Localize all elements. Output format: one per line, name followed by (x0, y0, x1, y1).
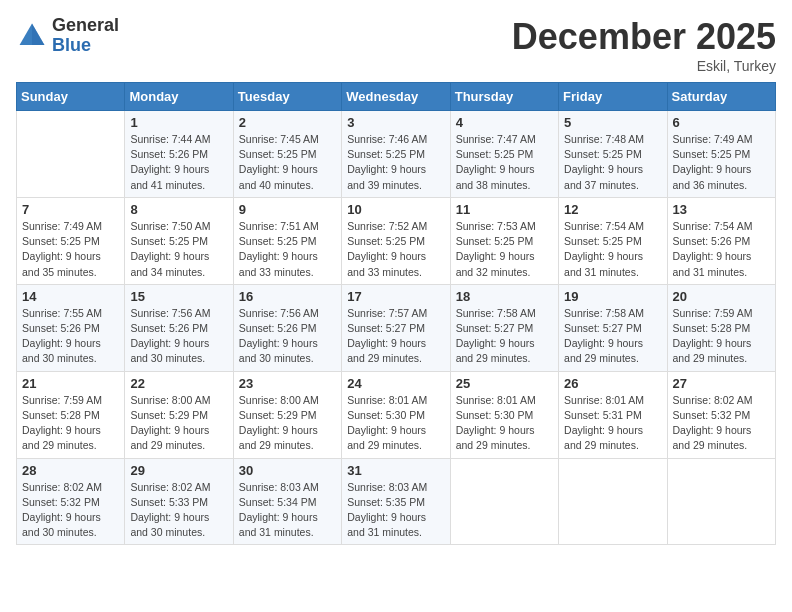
month-title: December 2025 (512, 16, 776, 58)
title-block: December 2025 Eskil, Turkey (512, 16, 776, 74)
weekday-header-thursday: Thursday (450, 83, 558, 111)
day-number: 1 (130, 115, 227, 130)
week-row-3: 21Sunrise: 7:59 AMSunset: 5:28 PMDayligh… (17, 371, 776, 458)
day-info: Sunrise: 8:02 AMSunset: 5:32 PMDaylight:… (22, 480, 119, 541)
day-info: Sunrise: 7:58 AMSunset: 5:27 PMDaylight:… (564, 306, 661, 367)
calendar-cell: 11Sunrise: 7:53 AMSunset: 5:25 PMDayligh… (450, 197, 558, 284)
day-info: Sunrise: 7:53 AMSunset: 5:25 PMDaylight:… (456, 219, 553, 280)
day-info: Sunrise: 7:54 AMSunset: 5:25 PMDaylight:… (564, 219, 661, 280)
location: Eskil, Turkey (512, 58, 776, 74)
day-info: Sunrise: 7:57 AMSunset: 5:27 PMDaylight:… (347, 306, 444, 367)
weekday-header-row: SundayMondayTuesdayWednesdayThursdayFrid… (17, 83, 776, 111)
calendar-cell: 17Sunrise: 7:57 AMSunset: 5:27 PMDayligh… (342, 284, 450, 371)
day-number: 23 (239, 376, 336, 391)
week-row-0: 1Sunrise: 7:44 AMSunset: 5:26 PMDaylight… (17, 111, 776, 198)
day-info: Sunrise: 8:02 AMSunset: 5:32 PMDaylight:… (673, 393, 770, 454)
day-number: 29 (130, 463, 227, 478)
calendar-cell: 18Sunrise: 7:58 AMSunset: 5:27 PMDayligh… (450, 284, 558, 371)
calendar-cell: 4Sunrise: 7:47 AMSunset: 5:25 PMDaylight… (450, 111, 558, 198)
day-info: Sunrise: 7:56 AMSunset: 5:26 PMDaylight:… (130, 306, 227, 367)
calendar-cell (450, 458, 558, 545)
calendar-cell: 14Sunrise: 7:55 AMSunset: 5:26 PMDayligh… (17, 284, 125, 371)
calendar-cell: 7Sunrise: 7:49 AMSunset: 5:25 PMDaylight… (17, 197, 125, 284)
day-info: Sunrise: 7:58 AMSunset: 5:27 PMDaylight:… (456, 306, 553, 367)
calendar-cell (17, 111, 125, 198)
day-info: Sunrise: 7:55 AMSunset: 5:26 PMDaylight:… (22, 306, 119, 367)
day-info: Sunrise: 7:50 AMSunset: 5:25 PMDaylight:… (130, 219, 227, 280)
day-info: Sunrise: 8:02 AMSunset: 5:33 PMDaylight:… (130, 480, 227, 541)
calendar-cell: 22Sunrise: 8:00 AMSunset: 5:29 PMDayligh… (125, 371, 233, 458)
day-number: 14 (22, 289, 119, 304)
day-info: Sunrise: 7:59 AMSunset: 5:28 PMDaylight:… (673, 306, 770, 367)
day-info: Sunrise: 7:45 AMSunset: 5:25 PMDaylight:… (239, 132, 336, 193)
calendar-cell: 29Sunrise: 8:02 AMSunset: 5:33 PMDayligh… (125, 458, 233, 545)
day-number: 2 (239, 115, 336, 130)
day-info: Sunrise: 8:01 AMSunset: 5:30 PMDaylight:… (347, 393, 444, 454)
day-number: 9 (239, 202, 336, 217)
logo-blue-text: Blue (52, 36, 119, 56)
calendar-cell: 24Sunrise: 8:01 AMSunset: 5:30 PMDayligh… (342, 371, 450, 458)
calendar-cell: 9Sunrise: 7:51 AMSunset: 5:25 PMDaylight… (233, 197, 341, 284)
day-info: Sunrise: 7:49 AMSunset: 5:25 PMDaylight:… (673, 132, 770, 193)
day-info: Sunrise: 8:00 AMSunset: 5:29 PMDaylight:… (239, 393, 336, 454)
weekday-header-wednesday: Wednesday (342, 83, 450, 111)
calendar-cell: 25Sunrise: 8:01 AMSunset: 5:30 PMDayligh… (450, 371, 558, 458)
calendar-cell: 8Sunrise: 7:50 AMSunset: 5:25 PMDaylight… (125, 197, 233, 284)
calendar-cell: 10Sunrise: 7:52 AMSunset: 5:25 PMDayligh… (342, 197, 450, 284)
day-info: Sunrise: 8:00 AMSunset: 5:29 PMDaylight:… (130, 393, 227, 454)
calendar-cell: 1Sunrise: 7:44 AMSunset: 5:26 PMDaylight… (125, 111, 233, 198)
day-number: 24 (347, 376, 444, 391)
svg-marker-1 (32, 23, 44, 44)
day-number: 5 (564, 115, 661, 130)
calendar-cell: 3Sunrise: 7:46 AMSunset: 5:25 PMDaylight… (342, 111, 450, 198)
day-info: Sunrise: 8:01 AMSunset: 5:31 PMDaylight:… (564, 393, 661, 454)
calendar-cell: 13Sunrise: 7:54 AMSunset: 5:26 PMDayligh… (667, 197, 775, 284)
day-number: 26 (564, 376, 661, 391)
day-number: 17 (347, 289, 444, 304)
day-number: 10 (347, 202, 444, 217)
calendar-cell: 23Sunrise: 8:00 AMSunset: 5:29 PMDayligh… (233, 371, 341, 458)
calendar-cell: 19Sunrise: 7:58 AMSunset: 5:27 PMDayligh… (559, 284, 667, 371)
day-info: Sunrise: 7:51 AMSunset: 5:25 PMDaylight:… (239, 219, 336, 280)
day-number: 20 (673, 289, 770, 304)
page-header: General Blue December 2025 Eskil, Turkey (16, 16, 776, 74)
weekday-header-friday: Friday (559, 83, 667, 111)
calendar-cell: 15Sunrise: 7:56 AMSunset: 5:26 PMDayligh… (125, 284, 233, 371)
logo-general-text: General (52, 16, 119, 36)
day-info: Sunrise: 8:03 AMSunset: 5:34 PMDaylight:… (239, 480, 336, 541)
weekday-header-sunday: Sunday (17, 83, 125, 111)
calendar-cell (667, 458, 775, 545)
week-row-4: 28Sunrise: 8:02 AMSunset: 5:32 PMDayligh… (17, 458, 776, 545)
day-number: 15 (130, 289, 227, 304)
day-info: Sunrise: 8:01 AMSunset: 5:30 PMDaylight:… (456, 393, 553, 454)
day-info: Sunrise: 7:54 AMSunset: 5:26 PMDaylight:… (673, 219, 770, 280)
day-number: 30 (239, 463, 336, 478)
day-number: 27 (673, 376, 770, 391)
day-info: Sunrise: 7:59 AMSunset: 5:28 PMDaylight:… (22, 393, 119, 454)
day-info: Sunrise: 7:47 AMSunset: 5:25 PMDaylight:… (456, 132, 553, 193)
day-number: 16 (239, 289, 336, 304)
day-number: 3 (347, 115, 444, 130)
calendar-cell: 28Sunrise: 8:02 AMSunset: 5:32 PMDayligh… (17, 458, 125, 545)
day-number: 7 (22, 202, 119, 217)
day-number: 13 (673, 202, 770, 217)
day-number: 21 (22, 376, 119, 391)
calendar-cell: 21Sunrise: 7:59 AMSunset: 5:28 PMDayligh… (17, 371, 125, 458)
calendar-cell: 30Sunrise: 8:03 AMSunset: 5:34 PMDayligh… (233, 458, 341, 545)
day-number: 11 (456, 202, 553, 217)
calendar-cell: 12Sunrise: 7:54 AMSunset: 5:25 PMDayligh… (559, 197, 667, 284)
day-number: 28 (22, 463, 119, 478)
day-number: 18 (456, 289, 553, 304)
calendar-cell: 27Sunrise: 8:02 AMSunset: 5:32 PMDayligh… (667, 371, 775, 458)
calendar-cell: 6Sunrise: 7:49 AMSunset: 5:25 PMDaylight… (667, 111, 775, 198)
weekday-header-saturday: Saturday (667, 83, 775, 111)
day-number: 31 (347, 463, 444, 478)
day-number: 19 (564, 289, 661, 304)
logo-text: General Blue (52, 16, 119, 56)
calendar-cell (559, 458, 667, 545)
calendar-cell: 20Sunrise: 7:59 AMSunset: 5:28 PMDayligh… (667, 284, 775, 371)
day-number: 8 (130, 202, 227, 217)
day-info: Sunrise: 7:49 AMSunset: 5:25 PMDaylight:… (22, 219, 119, 280)
day-number: 12 (564, 202, 661, 217)
day-info: Sunrise: 7:48 AMSunset: 5:25 PMDaylight:… (564, 132, 661, 193)
